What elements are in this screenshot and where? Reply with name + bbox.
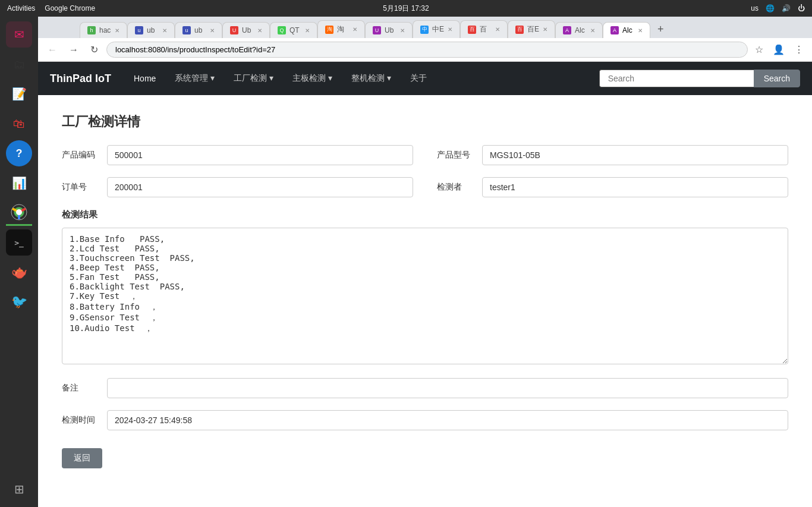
nav-item-system[interactable]: 系统管理 ▾ bbox=[166, 68, 223, 89]
files-icon[interactable]: 🗂 bbox=[6, 51, 32, 77]
tab-ub1[interactable]: u ub ✕ bbox=[127, 22, 175, 38]
product-type-label: 产品型号 bbox=[437, 150, 473, 160]
nav-item-whole[interactable]: 整机检测 ▾ bbox=[343, 68, 399, 89]
tab-close-bai1[interactable]: ✕ bbox=[495, 26, 500, 33]
analytics-icon[interactable]: 📊 bbox=[6, 170, 32, 196]
back-button[interactable]: 返回 bbox=[62, 448, 102, 468]
tab-close-zhong[interactable]: ✕ bbox=[448, 26, 452, 33]
address-bar: ← → ↻ ☆ 👤 ⋮ bbox=[38, 38, 812, 62]
url-bar[interactable] bbox=[106, 42, 748, 58]
form-group-product-code: 产品编码 bbox=[62, 145, 413, 165]
activities-label[interactable]: Activities bbox=[7, 4, 35, 12]
back-button[interactable]: ← bbox=[44, 43, 61, 56]
browser-menu-button[interactable]: ⋮ bbox=[792, 43, 806, 56]
tab-qt[interactable]: Q QT ✕ bbox=[270, 22, 317, 38]
nav-item-factory[interactable]: 工厂检测 ▾ bbox=[225, 68, 282, 89]
help-icon[interactable]: ? bbox=[6, 140, 32, 166]
nav-item-about[interactable]: 关于 bbox=[402, 68, 435, 89]
tab-bai1[interactable]: 百 百 ✕ bbox=[460, 20, 508, 38]
result-section: 检测结果 1.Base Info PASS, 2.Lcd Test PASS, … bbox=[62, 209, 788, 366]
email-icon[interactable]: ✉ bbox=[6, 21, 32, 48]
result-label: 检测结果 bbox=[62, 209, 788, 221]
terminal-icon[interactable]: >_ bbox=[6, 229, 32, 256]
writer-icon[interactable]: 📝 bbox=[6, 81, 32, 107]
app-name-label: Google Chrome bbox=[45, 4, 95, 12]
forward-button[interactable]: → bbox=[65, 43, 82, 56]
tab-close-ub3[interactable]: ✕ bbox=[257, 27, 262, 34]
systray-label: us bbox=[751, 4, 759, 12]
tester-input[interactable] bbox=[482, 177, 788, 197]
appstore-icon[interactable]: 🛍 bbox=[6, 111, 32, 137]
tab-alc2[interactable]: A Alc ✕ bbox=[603, 22, 650, 38]
chrome-icon[interactable] bbox=[6, 200, 32, 226]
tab-close-qt[interactable]: ✕ bbox=[305, 27, 310, 34]
tab-close-tao[interactable]: ✕ bbox=[353, 26, 357, 33]
remark-input[interactable] bbox=[107, 378, 788, 398]
tab-ub4[interactable]: U Ub ✕ bbox=[365, 22, 413, 38]
tab-close-ub1[interactable]: ✕ bbox=[162, 27, 167, 34]
nav-item-home[interactable]: Home bbox=[125, 69, 164, 88]
tab-hac[interactable]: h hac ✕ bbox=[80, 22, 127, 38]
remark-label: 备注 bbox=[62, 383, 97, 393]
grid-icon[interactable]: ⊞ bbox=[6, 476, 32, 502]
network-icon: 🌐 bbox=[766, 4, 775, 12]
order-no-label: 订单号 bbox=[62, 182, 97, 193]
search-input[interactable] bbox=[599, 70, 754, 87]
tab-tao[interactable]: 淘 淘 ✕ bbox=[317, 20, 365, 38]
new-tab-button[interactable]: + bbox=[653, 21, 669, 38]
result-textarea[interactable]: 1.Base Info PASS, 2.Lcd Test PASS, 3.Tou… bbox=[62, 228, 788, 364]
main-content: 工厂检测详情 产品编码 产品型号 bbox=[38, 95, 812, 486]
tab-close-ub4[interactable]: ✕ bbox=[400, 27, 405, 34]
volume-icon: 🔊 bbox=[782, 4, 791, 12]
nav-search: Search bbox=[599, 70, 800, 87]
teapot-icon[interactable]: 🫖 bbox=[6, 259, 32, 285]
tab-zhong[interactable]: 中 中E ✕ bbox=[413, 20, 460, 38]
tab-close-bai2[interactable]: ✕ bbox=[543, 26, 547, 33]
form-row-1: 产品编码 产品型号 bbox=[62, 145, 788, 165]
remark-row: 备注 bbox=[62, 378, 788, 398]
product-code-input[interactable] bbox=[107, 145, 413, 165]
search-button[interactable]: Search bbox=[754, 70, 800, 87]
tab-bar: h hac ✕ u ub ✕ u ub ✕ U Ub ✕ bbox=[38, 17, 812, 38]
tab-close-alc1[interactable]: ✕ bbox=[590, 27, 595, 34]
tab-ub3[interactable]: U Ub ✕ bbox=[222, 22, 270, 38]
form-row-2: 订单号 检测者 bbox=[62, 177, 788, 197]
os-bar: Activities Google Chrome 5月19日 17:32 us … bbox=[0, 0, 812, 17]
tab-close-alc2[interactable]: ✕ bbox=[638, 27, 643, 34]
bookmark-button[interactable]: ☆ bbox=[753, 43, 766, 56]
tab-bai2[interactable]: 百 百E ✕ bbox=[508, 20, 555, 38]
page-title: 工厂检测详情 bbox=[62, 113, 788, 131]
tab-ub2[interactable]: u ub ✕ bbox=[175, 22, 222, 38]
reload-button[interactable]: ↻ bbox=[87, 43, 102, 56]
tab-close-hac[interactable]: ✕ bbox=[115, 27, 119, 34]
profile-button[interactable]: 👤 bbox=[770, 43, 787, 56]
nav-menu: Home 系统管理 ▾ 工厂检测 ▾ 主板检测 ▾ 整机检测 ▾ bbox=[125, 68, 599, 89]
time-row: 检测时间 bbox=[62, 410, 788, 430]
datetime-label: 5月19日 17:32 bbox=[383, 4, 429, 12]
taskbar: ✉ 🗂 📝 🛍 ? 📊 bbox=[0, 17, 38, 507]
power-icon[interactable]: ⏻ bbox=[798, 4, 805, 12]
page-body: ThinPad IoT Home 系统管理 ▾ 工厂检测 ▾ 主板检测 ▾ bbox=[38, 62, 812, 507]
product-code-label: 产品编码 bbox=[62, 150, 97, 160]
order-no-input[interactable] bbox=[107, 177, 413, 197]
tab-alc1[interactable]: A Alc ✕ bbox=[555, 22, 603, 38]
time-label: 检测时间 bbox=[62, 415, 97, 426]
tester-label: 检测者 bbox=[437, 182, 473, 193]
tab-close-ub2[interactable]: ✕ bbox=[210, 27, 215, 34]
form-group-tester: 检测者 bbox=[437, 177, 788, 197]
mikutter-icon[interactable]: 🐦 bbox=[6, 289, 32, 315]
product-type-input[interactable] bbox=[482, 145, 788, 165]
nav-item-motherboard[interactable]: 主板检测 ▾ bbox=[284, 68, 341, 89]
app-navbar: ThinPad IoT Home 系统管理 ▾ 工厂检测 ▾ 主板检测 ▾ bbox=[38, 62, 812, 95]
form-group-order-no: 订单号 bbox=[62, 177, 413, 197]
svg-point-1 bbox=[16, 209, 22, 215]
app-brand: ThinPad IoT bbox=[50, 73, 111, 85]
time-input[interactable] bbox=[107, 410, 788, 430]
form-group-product-type: 产品型号 bbox=[437, 145, 788, 165]
